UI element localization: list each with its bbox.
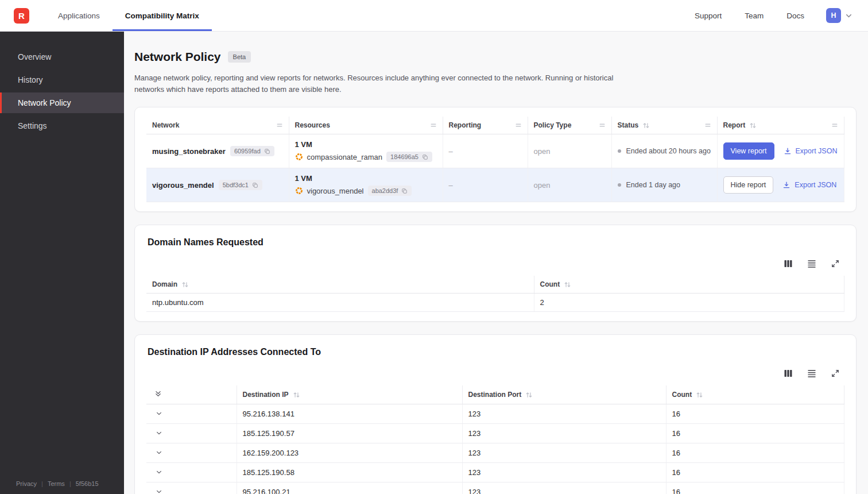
destination-ip-cell: 95.216.138.141 bbox=[237, 404, 462, 424]
resource-name: vigorous_mendel bbox=[307, 187, 364, 195]
column-header-reporting[interactable]: Reporting bbox=[443, 117, 528, 134]
table-toolbar bbox=[146, 259, 844, 268]
column-menu-icon[interactable] bbox=[599, 122, 606, 129]
destination-port-cell: 123 bbox=[462, 463, 666, 483]
column-header-domain[interactable]: Domain bbox=[146, 276, 534, 294]
footer-divider: | bbox=[69, 480, 71, 487]
networks-card: Network Resources Reporting Policy Type … bbox=[134, 107, 857, 212]
destination-ip-cell: 185.125.190.57 bbox=[237, 424, 462, 443]
export-json-button[interactable]: Export JSON bbox=[784, 147, 838, 155]
avatar[interactable]: H bbox=[826, 8, 841, 23]
double-chevron-down-icon[interactable] bbox=[154, 390, 162, 397]
nav-link[interactable]: Support bbox=[695, 11, 722, 20]
sidebar-nav: Overview History Network Policy Settings bbox=[0, 47, 124, 136]
sidebar-item[interactable]: History bbox=[0, 70, 124, 90]
vm-icon bbox=[295, 187, 303, 195]
network-name: vigorous_mendel bbox=[152, 181, 214, 190]
sort-icon[interactable] bbox=[749, 122, 757, 129]
resource-count: 1 VM bbox=[295, 140, 437, 149]
sort-icon[interactable] bbox=[642, 122, 650, 129]
column-menu-icon[interactable] bbox=[430, 122, 437, 129]
fullscreen-icon[interactable] bbox=[831, 259, 840, 268]
column-menu-icon[interactable] bbox=[515, 122, 522, 129]
domain-cell: ntp.ubuntu.com bbox=[146, 294, 534, 312]
column-header-count[interactable]: Count bbox=[534, 276, 844, 294]
column-menu-icon[interactable] bbox=[276, 122, 283, 129]
copy-icon[interactable] bbox=[264, 148, 270, 155]
domain-row: ntp.ubuntu.com 2 bbox=[146, 294, 844, 312]
download-icon bbox=[784, 147, 792, 155]
nav-link[interactable]: Docs bbox=[786, 11, 804, 20]
domains-card: Domain Names Requested Domain Count ntp.… bbox=[134, 225, 857, 322]
sort-icon[interactable] bbox=[696, 391, 703, 399]
nav-link[interactable]: Team bbox=[745, 11, 764, 20]
app-logo[interactable]: R bbox=[14, 8, 29, 24]
count-cell: 2 bbox=[534, 294, 844, 312]
privacy-link[interactable]: Privacy bbox=[16, 480, 37, 487]
row-expand-button[interactable] bbox=[154, 468, 164, 477]
expand-all-header[interactable] bbox=[146, 385, 237, 404]
policy-type-cell: open bbox=[528, 134, 611, 168]
sidebar-item[interactable]: Overview bbox=[0, 47, 124, 67]
sort-icon[interactable] bbox=[525, 391, 533, 399]
destination-port-cell: 123 bbox=[462, 443, 666, 463]
chevron-down-icon bbox=[156, 449, 162, 456]
network-cell: vigorous_mendel 5bdf3dc1 bbox=[146, 168, 289, 202]
copy-icon[interactable] bbox=[422, 154, 428, 160]
column-header-policy-type[interactable]: Policy Type bbox=[528, 117, 611, 134]
sort-icon[interactable] bbox=[293, 391, 300, 399]
row-expand-button[interactable] bbox=[154, 429, 164, 438]
status-text: Ended about 20 hours ago bbox=[626, 147, 711, 155]
sidebar-item[interactable]: Settings bbox=[0, 115, 124, 136]
row-expand-button[interactable] bbox=[154, 448, 164, 457]
destination-port-cell: 123 bbox=[462, 424, 666, 443]
column-menu-icon[interactable] bbox=[831, 122, 838, 129]
report-button[interactable]: Hide report bbox=[723, 176, 774, 194]
column-header-destination-ip[interactable]: Destination IP bbox=[237, 385, 462, 404]
sort-icon[interactable] bbox=[564, 281, 571, 288]
columns-icon[interactable] bbox=[784, 259, 793, 268]
expander-cell bbox=[146, 424, 237, 443]
report-button[interactable]: View report bbox=[723, 142, 774, 160]
resources-cell: 1 VM vigorous_mendel aba2dd3f bbox=[289, 168, 443, 202]
row-expand-button[interactable] bbox=[154, 487, 164, 494]
destination-row: 162.159.200.123 123 16 bbox=[146, 443, 844, 463]
export-json-button[interactable]: Export JSON bbox=[782, 181, 836, 189]
status-cell: Ended 1 day ago bbox=[611, 168, 717, 202]
chevron-down-icon bbox=[156, 469, 162, 476]
column-header-status[interactable]: Status bbox=[611, 117, 717, 134]
count-cell: 16 bbox=[666, 483, 844, 494]
columns-icon[interactable] bbox=[784, 369, 793, 378]
status-dot-icon bbox=[618, 149, 621, 153]
sidebar-footer: Privacy | Terms | 5f56b15 bbox=[16, 480, 119, 487]
destinations-card: Destination IP Addresses Connected To De… bbox=[134, 334, 857, 494]
row-density-icon[interactable] bbox=[807, 369, 816, 378]
copy-icon[interactable] bbox=[401, 188, 408, 194]
sort-icon[interactable] bbox=[181, 281, 189, 288]
row-density-icon[interactable] bbox=[807, 259, 816, 268]
terms-link[interactable]: Terms bbox=[48, 480, 65, 487]
reporting-cell: – bbox=[443, 168, 528, 202]
fullscreen-icon[interactable] bbox=[831, 369, 840, 378]
network-id-badge: 60959fad bbox=[230, 146, 274, 156]
destination-port-cell: 123 bbox=[462, 404, 666, 424]
column-header-destination-port[interactable]: Destination Port bbox=[462, 385, 666, 404]
nav-tab[interactable]: Applications bbox=[45, 0, 113, 31]
report-cell: Hide report Export JSON bbox=[717, 168, 844, 202]
sidebar-item[interactable]: Network Policy bbox=[0, 92, 124, 113]
user-menu[interactable]: H bbox=[826, 8, 853, 23]
column-header-report[interactable]: Report bbox=[717, 117, 844, 134]
policy-type-cell: open bbox=[528, 168, 611, 202]
resources-cell: 1 VM compassionate_raman 184696a5 bbox=[289, 134, 443, 168]
nav-tab[interactable]: Compatibility Matrix bbox=[113, 0, 212, 31]
expander-cell bbox=[146, 404, 237, 424]
chevron-down-icon[interactable] bbox=[844, 11, 853, 20]
column-header-network[interactable]: Network bbox=[146, 117, 289, 134]
copy-icon[interactable] bbox=[252, 182, 258, 188]
expander-cell bbox=[146, 483, 237, 494]
row-expand-button[interactable] bbox=[154, 409, 164, 418]
column-menu-icon[interactable] bbox=[704, 122, 711, 129]
column-header-count[interactable]: Count bbox=[666, 385, 844, 404]
column-header-resources[interactable]: Resources bbox=[289, 117, 443, 134]
expander-cell bbox=[146, 443, 237, 463]
